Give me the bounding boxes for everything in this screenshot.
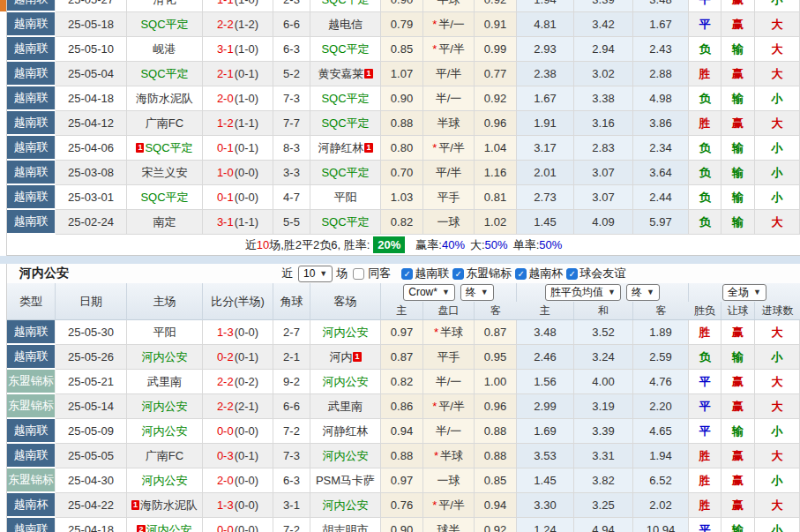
eu-type-select[interactable]: 胜平负均值▼ [545,284,621,301]
changed-line-star: * [434,449,438,462]
away-team-name[interactable]: 平阳 [334,190,357,206]
eu-away-odds: 10.94 [633,518,689,532]
col-eu-away: 客 [633,302,689,319]
eu-home-odds: 1.45 [517,468,574,493]
home-team-name[interactable]: 河内公安 [142,349,188,365]
away-team-name[interactable]: SQC平定 [321,41,369,57]
away-team-name[interactable]: SQC平定 [321,0,369,8]
corner-cell: 3-1 [273,493,310,518]
eu-draw-odds: 3.42 [574,12,633,37]
halftime-score: (0-2) [235,375,258,388]
wdl-result-cell: 胜 [689,493,721,518]
ah-away-odds: 0.92 [475,86,517,111]
chevron-down-icon: ▼ [753,286,761,299]
halftime-score: (0-0) [235,326,258,339]
ah-away-odds: 0.99 [475,37,517,62]
home-team-name[interactable]: 南定 [153,214,176,230]
home-team-cell: 河内公安 [127,394,203,419]
away-team-name[interactable]: 越电信 [328,17,363,33]
away-team-name[interactable]: 河内公安 [323,374,369,390]
home-team-name[interactable]: 广南FC [146,448,183,464]
league-filter-checkbox-3[interactable]: ✓ [566,268,578,280]
league-filter-checkbox-2[interactable]: ✓ [515,268,527,280]
home-team-name[interactable]: 平阳 [153,325,176,341]
eu-home-odds: 2.73 [517,185,574,210]
home-team-cell: 河内公安 [127,345,203,370]
away-team-name[interactable]: SQC平定 [321,91,369,107]
away-team-name[interactable]: 胡志明市 [323,522,369,532]
eu-draw-odds: 3.25 [574,493,633,518]
eu-home-odds: 3.48 [517,320,574,345]
ah-line-text: 平/半 [436,66,462,82]
ah-time-select[interactable]: 终▼ [460,284,494,301]
home-team-name[interactable]: 河内公安 [142,423,188,439]
scope-select[interactable]: 全场▼ [722,284,766,301]
ah-away-odds: 0.91 [475,12,517,37]
away-team-name[interactable]: PSM马卡萨 [316,473,375,489]
date-cell: 25-05-14 [56,394,127,419]
league-filter-checkbox-1[interactable]: ✓ [452,268,464,280]
home-team-name[interactable]: 岘港 [153,41,176,57]
away-team-name[interactable]: 河内公安 [323,325,369,341]
home-team-name[interactable]: 河内公安 [142,473,188,489]
away-team-name[interactable]: 河静红林 [323,423,369,439]
date-cell: 25-04-22 [56,493,127,518]
table-row: 越南联25-05-09河内公安0-0(0-0)7-2河静红林0.94半/一0.8… [7,419,800,444]
col-wdl: 胜负 [689,302,721,319]
company-select[interactable]: Crow*▼ [403,284,455,301]
eu-away-odds: 2.44 [633,185,689,210]
handicap-result-cell: 输 [721,86,755,111]
away-team-cell: 河内公安 [310,444,381,468]
away-team-name[interactable]: 河静红林 [318,140,363,156]
date-cell: 25-05-27 [56,0,127,12]
league-cell: 越南联 [7,210,56,235]
home-team-name[interactable]: 清化 [153,0,176,8]
eu-away-odds: 2.43 [633,37,689,62]
home-team-name[interactable]: 宋兰义安 [142,165,188,181]
result-group: 全场▼ 胜负 让球 进球数 [689,283,800,319]
home-team-name[interactable]: 武里南 [147,374,182,390]
away-team-name[interactable]: 河内 [329,349,352,365]
table-row: 越南联25-03-08宋兰义安1-0(0-0)3-3SQC平定0.70平/半1.… [7,161,800,185]
same-guest-checkbox[interactable] [353,268,364,280]
league-filter-checkbox-0[interactable]: ✓ [401,268,413,280]
away-team-name[interactable]: 武里南 [328,399,363,415]
away-team-name[interactable]: 河内公安 [323,498,369,513]
away-team-cell: SQC平定 [310,0,381,12]
home-team-name[interactable]: 河内公安 [142,399,188,415]
ah-line-text: 球半 [437,522,460,532]
recent-count-select[interactable]: 10▼ [298,266,333,282]
away-team-name[interactable]: SQC平定 [321,116,369,131]
home-team-name[interactable]: SQC平定 [140,190,188,206]
home-team-name[interactable]: 广南FC [146,116,183,131]
eu-time-select[interactable]: 终▼ [626,284,660,301]
ah-line-cell: 平/半 [423,161,475,185]
away-team-cell: 河内公安 [310,493,381,518]
corner-cell: 7-3 [273,444,310,468]
eu-home-odds: 1.69 [517,419,574,444]
date-cell: 25-05-10 [56,37,127,62]
ah-line-text: 半球 [437,0,460,8]
ah-away-odds: 0.88 [475,444,517,468]
home-team-name[interactable]: SQC平定 [145,140,192,156]
home-team-name[interactable]: 河内公安 [146,522,192,532]
away-team-name[interactable]: 黄安嘉莱 [318,66,363,82]
home-team-name[interactable]: 海防水泥队 [140,498,198,513]
away-team-cell: SQC平定 [310,37,381,62]
halftime-score: (0-0) [235,424,258,438]
fulltime-score: 0-2 [217,350,234,363]
eu-draw-odds: 3.02 [574,62,633,86]
away-team-name[interactable]: SQC平定 [321,214,369,230]
home-team-name[interactable]: SQC平定 [140,66,188,82]
score-cell: 2-2(2-1) [203,394,273,419]
ah-home-odds: 0.88 [381,444,423,468]
table-row: 越南联25-05-27清化1-1(1-0)2-3SQC平定0.90半球0.921… [7,0,800,12]
away-team-name[interactable]: SQC平定 [321,165,369,181]
home-team-name[interactable]: SQC平定 [140,17,188,33]
handicap-result-cell: 输 [721,419,755,444]
home-team-cell: 平阳 [127,320,203,345]
home-team-name[interactable]: 海防水泥队 [136,91,193,107]
away-team-name[interactable]: 河内公安 [323,448,369,464]
changed-line-star: * [432,141,437,154]
ah-home-odds: 0.80 [381,136,423,161]
